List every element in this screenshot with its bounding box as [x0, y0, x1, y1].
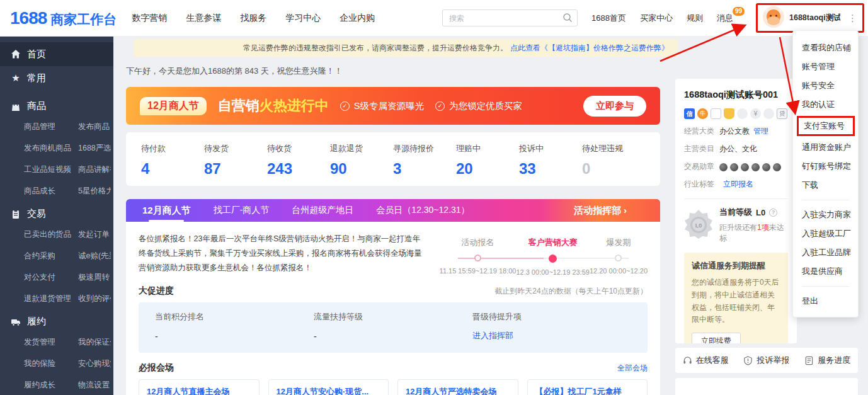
link-messages[interactable]: 消息99: [717, 13, 733, 24]
account-dropdown-menu: 查看我的店铺 账号管理 账号安全 我的认证 支付宝账号 通用资金账户 钉钉账号绑…: [792, 30, 859, 318]
sidebar-link[interactable]: 履约成长: [24, 380, 78, 391]
notice-link[interactable]: 点此查看《【避坑指南】价格作弊之运费作弊》: [510, 43, 669, 54]
upgrade-note: 距升级还有1项未达标: [719, 222, 788, 244]
account-chip-highlighted[interactable]: 1688taoqi测试账... ⋮: [756, 3, 864, 33]
sidebar-link[interactable]: 已卖出的货品: [24, 229, 78, 240]
medal-icons: [719, 162, 784, 171]
help-icon[interactable]: ?: [769, 209, 777, 217]
sidebar-link[interactable]: 发布商机商品: [24, 143, 78, 154]
sidebar-link[interactable]: 诚e赊(先采...: [78, 251, 111, 261]
sidebar-link[interactable]: 工业品短视频: [24, 164, 78, 175]
sidebar-section-goods[interactable]: 商品: [0, 100, 113, 112]
stat-pending-shipment[interactable]: 待发货87: [204, 143, 267, 186]
sidebar-link[interactable]: 我的保证金: [78, 337, 111, 348]
mobile-verified-icon: [711, 108, 721, 119]
online-support-button[interactable]: 在线客服: [683, 355, 729, 366]
sidebar-link[interactable]: 1688严选: [78, 143, 111, 154]
stat-refunds[interactable]: 退款退货90: [330, 143, 393, 186]
enter-command-center-link[interactable]: 进入指挥部: [472, 330, 631, 341]
venue-card-anxin[interactable]: 12月商人节安心购·现货... 双重会场曝光，首次开通还享优惠！: [268, 379, 389, 395]
stat-quote-requests[interactable]: 寻源待报价3: [393, 143, 456, 186]
partial-card: [675, 378, 858, 395]
link-buyer-center[interactable]: 买家中心: [640, 13, 673, 24]
sidebar-item-favorites[interactable]: ★ 常用: [0, 66, 113, 90]
sidebar-link[interactable]: 合约采购: [24, 251, 78, 261]
message-count-badge: 99: [733, 7, 745, 16]
stat-complaints[interactable]: 投诉中33: [519, 143, 582, 186]
menu-item-view-my-shop[interactable]: 查看我的店铺: [802, 38, 858, 57]
venue-card-yanxuan[interactable]: 12月商人节严选特卖会场 大市场发布价8折，1件起批包邮: [397, 379, 518, 395]
sidebar-link[interactable]: 发布商品: [78, 122, 111, 132]
sidebar-link[interactable]: 极速周转: [78, 272, 111, 283]
tab-december-festival[interactable]: 12月商人节: [142, 205, 191, 217]
manage-category-link[interactable]: 管理: [753, 126, 768, 137]
sidebar-link[interactable]: 安心购现货版: [78, 358, 111, 369]
sidebar-link[interactable]: 物流设置: [78, 380, 111, 391]
account-level-block: L0 当前等级 L0 ? 距升级还有1项未达标: [684, 207, 788, 244]
sidebar-link[interactable]: 商品管理: [24, 122, 78, 132]
join-now-button[interactable]: 立即参与: [583, 96, 646, 117]
complaint-report-button[interactable]: 投诉举报: [743, 355, 789, 366]
sidebar-item-home[interactable]: 首页: [0, 42, 113, 66]
all-venues-link[interactable]: 全部会场: [617, 363, 648, 374]
sidebar-link[interactable]: 我的保险: [24, 358, 78, 369]
required-venues-title: 必报会场: [139, 362, 174, 374]
stat-violations[interactable]: 待处理违规0: [582, 143, 645, 186]
nav-enterprise-purchase[interactable]: 企业内购: [340, 13, 375, 24]
sidebar-link[interactable]: 商品讲解视频: [78, 164, 111, 175]
logo-1688[interactable]: 1688 商家工作台: [10, 8, 117, 28]
nav-learning-center[interactable]: 学习中心: [285, 13, 321, 24]
promo-banner[interactable]: 12月商人节 自营销火热进行中 ✓S级专属资源曝光 ✓为您锁定优质买家 立即参与: [126, 87, 660, 125]
renew-now-button[interactable]: 立即续费: [692, 333, 741, 343]
stat-pending-receipt[interactable]: 待收货243: [267, 143, 330, 186]
tab-taizhou-day[interactable]: 台州超级产地日: [292, 205, 353, 216]
search-input[interactable]: [442, 9, 578, 26]
sidebar-section-fulfillment[interactable]: 履约: [0, 316, 113, 328]
stat-claims[interactable]: 理赔中20: [456, 143, 519, 186]
timeline-stage-burst: 爆发期 12.20 00:00~12.20: [590, 237, 648, 276]
command-center-button[interactable]: 活动指挥部 ›: [540, 199, 660, 222]
goods-subitems: 商品管理 发布商品 发布商机商品 1688严选 工业品短视频 商品讲解视频 商品…: [0, 112, 113, 198]
sidebar-link[interactable]: 对公支付: [24, 272, 78, 283]
link-1688-home[interactable]: 1688首页: [591, 13, 626, 24]
menu-item-alipay-account-highlighted[interactable]: 支付宝账号: [797, 116, 855, 136]
logo-workbench-label: 商家工作台: [50, 11, 117, 28]
sidebar-link[interactable]: 发货管理: [24, 337, 78, 348]
menu-item-download[interactable]: 下载: [802, 176, 858, 195]
nav-digital-marketing[interactable]: 数字营销: [132, 13, 167, 24]
tab-member-day[interactable]: 会员日（12.30~12.31）: [376, 205, 469, 216]
top-nav: 数字营销 生意参谋 找服务 学习中心 企业内购: [132, 13, 375, 24]
link-rules[interactable]: 规则: [687, 13, 703, 24]
search-icon[interactable]: [562, 13, 573, 25]
menu-item-account-security[interactable]: 账号安全: [802, 76, 858, 95]
menu-item-join-industrial-brand[interactable]: 入驻工业品牌: [802, 243, 858, 262]
nav-business-advisor[interactable]: 生意参谋: [186, 13, 221, 24]
menu-item-join-super-factory[interactable]: 入驻超级工厂: [802, 224, 858, 243]
kebab-menu-icon[interactable]: ⋮: [845, 13, 860, 24]
nav-find-services[interactable]: 找服务: [240, 13, 266, 24]
progress-upgrade-items: 晋级待提升项 进入指挥部: [472, 311, 631, 341]
menu-item-logout[interactable]: 登出: [802, 292, 858, 311]
sidebar-section-trade[interactable]: 交易: [0, 208, 113, 220]
sidebar-link[interactable]: 5星价格力: [78, 186, 111, 197]
star-icon: ★: [11, 72, 21, 84]
chengxintong-badge-icon: 信: [684, 108, 695, 119]
stat-pending-payment[interactable]: 待付款4: [141, 143, 204, 186]
sidebar-link[interactable]: 发起订单: [78, 229, 111, 240]
signup-now-link[interactable]: 立即报名: [723, 179, 753, 190]
tab-find-factory[interactable]: 找工厂-商人节: [214, 205, 270, 216]
venue-card-sample[interactable]: 【必报】找工厂1元拿样 1元拿样包邮: [527, 379, 648, 395]
menu-item-i-am-supplier[interactable]: 我是供应商: [802, 262, 858, 281]
service-progress-button[interactable]: 服务进度: [804, 355, 850, 366]
menu-item-my-certification[interactable]: 我的认证: [802, 95, 858, 114]
sidebar-link[interactable]: 退款退货管理: [24, 294, 78, 304]
menu-item-general-fund-account[interactable]: 通用资金账户: [802, 138, 858, 157]
sidebar-link[interactable]: 商品成长: [24, 186, 78, 197]
trade-medal-row: 交易勋章 服务体验: [684, 161, 788, 172]
merchant-workbench-page: 1688 商家工作台 数字营销 生意参谋 找服务 学习中心 企业内购 1688首…: [0, 0, 868, 395]
menu-item-join-strength-merchant[interactable]: 入驻实力商家: [802, 205, 858, 224]
sidebar-link[interactable]: 收到的评价: [78, 294, 111, 304]
menu-item-dingtalk-binding[interactable]: 钉钉账号绑定: [802, 157, 858, 176]
venue-card-live[interactable]: 12月商人节直播主会场 直播每满200-20，采满500返津贴: [139, 379, 260, 395]
menu-item-account-management[interactable]: 账号管理: [802, 57, 858, 76]
